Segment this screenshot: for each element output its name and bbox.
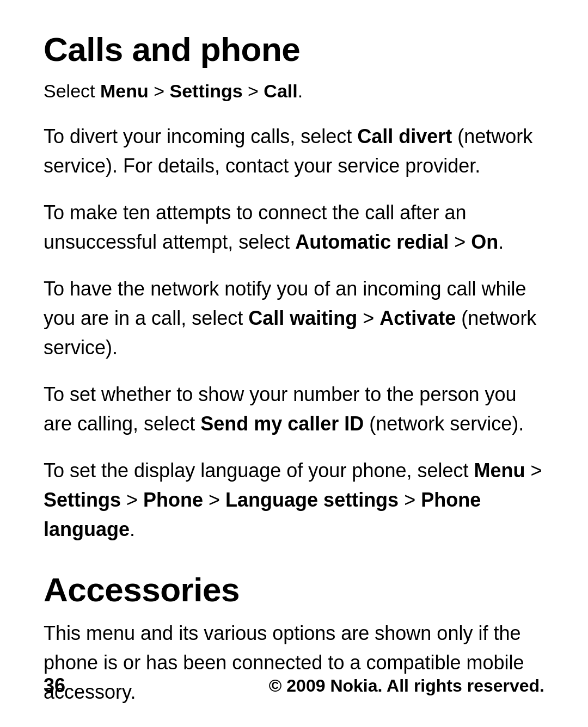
- bold-call-waiting: Call waiting: [248, 307, 357, 329]
- bold-on: On: [471, 231, 498, 253]
- bold-call-divert: Call divert: [357, 125, 452, 147]
- paragraph-call-waiting: To have the network notify you of an inc…: [44, 274, 544, 362]
- footer: 36 © 2009 Nokia. All rights reserved.: [44, 674, 544, 697]
- bold-send-caller-id: Send my caller ID: [200, 412, 364, 435]
- paragraph-accessories-select: Select Menu > Settings > Accessories. Se…: [44, 724, 544, 727]
- paragraph-automatic-redial: To make ten attempts to connect the call…: [44, 198, 544, 257]
- subtitle-sep1: >: [149, 81, 170, 101]
- paragraph-call-divert: To divert your incoming calls, select Ca…: [44, 122, 544, 181]
- bold-automatic-redial: Automatic redial: [295, 231, 449, 253]
- section2-title: Accessories: [44, 570, 544, 609]
- subtitle-sep2: >: [243, 81, 264, 101]
- page-number: 36: [44, 674, 65, 697]
- section2-container: Accessories This menu and its various op…: [44, 570, 544, 727]
- subtitle-settings: Settings: [169, 81, 242, 101]
- bold-settings2: Settings: [44, 489, 121, 511]
- bold-phone: Phone: [143, 489, 203, 511]
- subtitle-period: .: [298, 81, 303, 101]
- bold-activate: Activate: [379, 307, 456, 329]
- bold-language-settings: Language settings: [225, 489, 399, 511]
- bold-menu2: Menu: [474, 459, 525, 482]
- section1-title: Calls and phone: [44, 30, 544, 69]
- section1-subtitle: Select Menu > Settings > Call.: [44, 78, 544, 104]
- paragraph-language: To set the display language of your phon…: [44, 456, 544, 544]
- copyright: © 2009 Nokia. All rights reserved.: [269, 676, 544, 696]
- subtitle-menu: Menu: [100, 81, 149, 101]
- subtitle-prefix: Select: [44, 81, 100, 101]
- subtitle-call: Call: [264, 81, 297, 101]
- paragraph-caller-id: To set whether to show your number to th…: [44, 380, 544, 439]
